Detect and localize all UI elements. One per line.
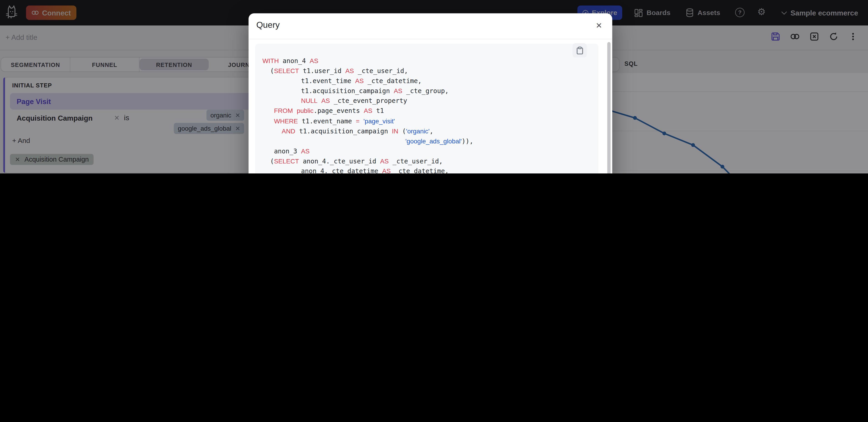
divider bbox=[249, 39, 612, 39]
query-modal: Query ✕ WITH anon_4 AS (SELECT t1.user_i… bbox=[249, 13, 612, 174]
v-scrollbar-thumb[interactable] bbox=[607, 42, 611, 174]
close-icon[interactable]: ✕ bbox=[592, 19, 606, 32]
sql-code-block: WITH anon_4 AS (SELECT t1.user_id AS _ct… bbox=[255, 44, 598, 174]
clipboard-icon bbox=[576, 46, 583, 54]
sql-query-text: WITH anon_4 AS (SELECT t1.user_id AS _ct… bbox=[255, 44, 598, 174]
app-root: Connect Explore Boards Assets bbox=[0, 0, 868, 174]
modal-title: Query bbox=[256, 20, 280, 30]
copy-button[interactable] bbox=[572, 43, 587, 58]
